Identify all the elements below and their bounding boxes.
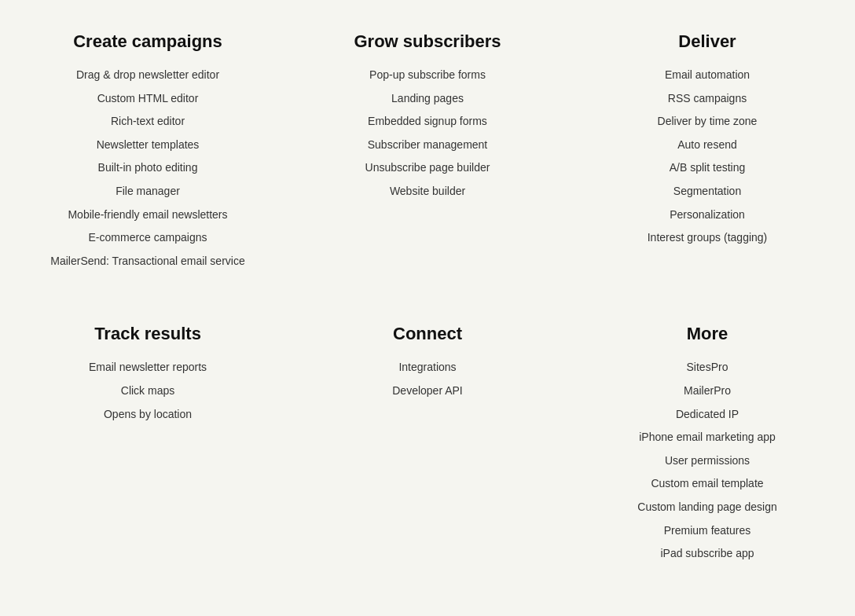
list-item[interactable]: Mobile-friendly email newsletters — [68, 207, 227, 223]
list-item[interactable]: iPad subscribe app — [660, 546, 754, 562]
list-item[interactable]: Built-in photo editing — [98, 160, 198, 176]
list-item[interactable]: Email newsletter reports — [89, 360, 207, 376]
list-item[interactable]: Email automation — [665, 68, 750, 83]
title-more: More — [687, 324, 728, 344]
list-item[interactable]: File manager — [116, 184, 180, 200]
list-item[interactable]: Auto resend — [677, 138, 737, 153]
list-item[interactable]: Segmentation — [673, 184, 741, 200]
list-item[interactable]: Subscriber management — [368, 138, 488, 153]
list-item[interactable]: Custom landing page design — [637, 500, 776, 515]
features-grid: Create campaignsDrag & drop newsletter e… — [16, 31, 839, 570]
list-item[interactable]: Interest groups (tagging) — [648, 230, 768, 246]
list-item[interactable]: A/B split testing — [670, 160, 746, 176]
list-item[interactable]: Personalization — [670, 207, 745, 223]
column-more: MoreSitesProMailerProDedicated IPiPhone … — [575, 324, 839, 569]
list-item[interactable]: E-commerce campaigns — [89, 230, 207, 246]
list-item[interactable]: User permissions — [665, 453, 750, 469]
list-item[interactable]: Landing pages — [391, 91, 464, 107]
list-item[interactable]: RSS campaigns — [668, 91, 747, 107]
list-item[interactable]: Embedded signup forms — [368, 114, 487, 130]
list-item[interactable]: Premium features — [664, 523, 750, 539]
list-item[interactable]: Unsubscribe page builder — [365, 160, 490, 176]
column-grow-subscribers: Grow subscribersPop-up subscribe formsLa… — [295, 31, 560, 277]
list-item[interactable]: Developer API — [392, 383, 463, 399]
list-item[interactable]: Website builder — [390, 184, 465, 200]
list-item[interactable]: Drag & drop newsletter editor — [76, 68, 219, 83]
list-item[interactable]: Newsletter templates — [97, 138, 200, 153]
list-item[interactable]: Click maps — [121, 383, 174, 399]
list-item[interactable]: SitesPro — [687, 360, 728, 376]
column-connect: ConnectIntegrationsDeveloper API — [295, 324, 560, 569]
list-item[interactable]: Custom HTML editor — [97, 91, 199, 107]
list-item[interactable]: Custom email template — [651, 476, 763, 492]
list-item[interactable]: Dedicated IP — [676, 407, 739, 423]
title-grow-subscribers: Grow subscribers — [354, 31, 501, 52]
title-connect: Connect — [393, 324, 462, 344]
list-item[interactable]: MailerSend: Transactional email service — [50, 254, 244, 270]
column-track-results: Track resultsEmail newsletter reportsCli… — [16, 324, 280, 569]
title-deliver: Deliver — [678, 31, 736, 52]
list-item[interactable]: Opens by location — [104, 407, 192, 423]
list-item[interactable]: iPhone email marketing app — [639, 430, 776, 446]
list-item[interactable]: MailerPro — [684, 383, 731, 399]
column-deliver: DeliverEmail automationRSS campaignsDeli… — [575, 31, 839, 277]
list-item[interactable]: Pop-up subscribe forms — [369, 68, 486, 83]
list-item[interactable]: Rich-text editor — [111, 114, 185, 130]
title-create-campaigns: Create campaigns — [73, 31, 222, 52]
list-item[interactable]: Deliver by time zone — [658, 114, 758, 130]
column-create-campaigns: Create campaignsDrag & drop newsletter e… — [16, 31, 280, 277]
list-item[interactable]: Integrations — [398, 360, 456, 376]
title-track-results: Track results — [94, 324, 201, 344]
